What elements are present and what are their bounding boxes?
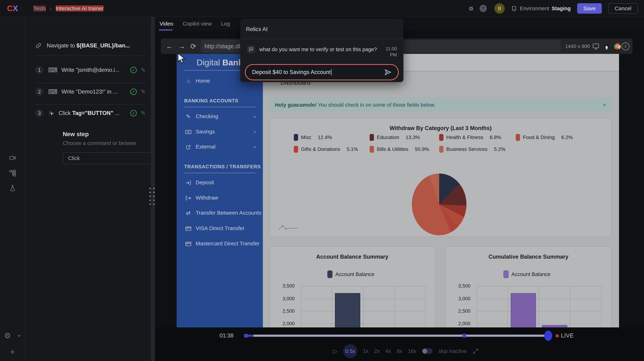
bank-nav-external[interactable]: External› (177, 141, 263, 152)
bank-nav-deposit[interactable]: Deposit (177, 177, 263, 188)
recordings-camera-icon[interactable] (0, 154, 25, 162)
browser-back-icon[interactable]: ← (166, 42, 173, 50)
info-icon[interactable]: i (622, 39, 630, 54)
divider (184, 107, 256, 107)
step-row-2[interactable]: 2 ⌨ Write "Demo123!" in ... ✓ ✎ (35, 87, 146, 97)
speed-4x-button[interactable]: 4x (386, 348, 391, 354)
browser-forward-icon[interactable]: → (178, 42, 185, 50)
bank-nav-transfer[interactable]: ⇄ Transfer Between Accounts (177, 207, 263, 218)
chrome-browser-icon (614, 39, 621, 54)
experiments-flask-icon[interactable] (0, 184, 25, 192)
step-success-icon: ✓ (130, 88, 137, 95)
speed-8x-button[interactable]: 8x (397, 348, 402, 354)
live-label: LIVE (561, 333, 574, 339)
y-tick: 3,500 (449, 283, 470, 289)
withdraw-pie-chart (412, 173, 466, 235)
progress-event-marker[interactable] (462, 334, 466, 338)
step-row-1[interactable]: 1 ⌨ Write "jsmith@demo.i... ✓ ✎ (35, 65, 146, 75)
bank-nav-checking[interactable]: ✎ Checking› (177, 111, 263, 122)
ai-command-input[interactable]: Deposit $40 to Savings Account (245, 64, 399, 80)
ai-message-timestamp: 11:00PM (381, 46, 397, 58)
fullscreen-icon[interactable] (472, 348, 479, 354)
legend-item: Bills & Utilities50.9% (370, 146, 429, 153)
playback-controls: ▷ 0.5x 1x 2x 4x 8x 16x skip inactive (333, 344, 479, 358)
sparkline-icon (278, 223, 299, 231)
progress-bar[interactable] (245, 335, 550, 337)
cancel-button[interactable]: Cancel (608, 3, 638, 14)
bank-nav-visa-transfer[interactable]: VISA Direct Transfer (177, 223, 263, 234)
chevron-right-icon: › (254, 129, 256, 135)
bar-chart-title: Account Balance Summary (270, 254, 435, 260)
navigate-step-row[interactable]: Navigate to ${BASE_URL}/ban... (35, 40, 146, 51)
bug-icon[interactable] (468, 5, 474, 12)
tab-copilot-view[interactable]: Copilot view (182, 21, 212, 27)
header-actions: ? B Environment Staging Save Cancel (468, 0, 638, 17)
chat-bubble-icon (247, 45, 255, 53)
left-icon-rail: ⚙ + (0, 17, 25, 361)
step-success-icon: ✓ (130, 67, 137, 73)
test-steps-panel: Navigate to ${BASE_URL}/ban... 1 ⌨ Write… (25, 17, 151, 361)
home-icon: ⌂ (184, 78, 192, 84)
legend-swatch (504, 271, 508, 278)
panel-resize-handle[interactable] (151, 17, 155, 361)
step-number: 2 (35, 88, 44, 96)
view-tabs: Video Copilot view Log (160, 17, 230, 30)
edit-pencil-icon[interactable]: ✎ (141, 110, 146, 117)
user-avatar[interactable]: B (494, 3, 505, 14)
environment-selector[interactable]: Environment Staging (511, 5, 571, 12)
divider (35, 55, 146, 56)
breadcrumb-current: Interactive AI trainer (56, 5, 104, 11)
edit-pencil-icon[interactable]: ✎ (141, 67, 146, 73)
y-tick: 2,500 (449, 308, 470, 314)
divider (35, 83, 146, 83)
cx-logo-icon: CX (7, 4, 18, 13)
progress-playhead[interactable] (544, 331, 552, 341)
y-tick: 2,000 (273, 321, 295, 327)
legend-swatch (516, 134, 520, 141)
bar-chart-plot (300, 286, 426, 328)
progress-start-marker[interactable] (244, 334, 248, 338)
chevron-right-icon: › (254, 113, 256, 119)
send-icon[interactable] (384, 69, 392, 76)
edit-pencil-icon[interactable]: ✎ (141, 88, 146, 95)
step-text: Write "Demo123!" in ... (62, 88, 118, 95)
tab-video[interactable]: Video (160, 21, 173, 27)
app-logo[interactable]: CX (0, 0, 25, 17)
new-step-title: New step (63, 131, 89, 138)
play-icon[interactable]: ▷ (333, 348, 338, 355)
bank-nav-mastercard-transfer[interactable]: Mastercard Direct Transfer (177, 238, 263, 249)
step-row-3[interactable]: 3 Click Tag="BUTTON" ... ✓ ✎ (35, 108, 146, 118)
speed-1x-button[interactable]: 1x (363, 348, 368, 354)
tab-log[interactable]: Log (221, 21, 230, 27)
bank-nav-savings[interactable]: Savings› (177, 126, 263, 137)
save-button[interactable]: Save (577, 3, 602, 14)
legend-swatch (370, 134, 374, 141)
breadcrumb-tests[interactable]: Tests (33, 5, 46, 11)
speed-0.5x-button[interactable]: 0.5x (343, 344, 357, 358)
new-step-subtitle: Choose a command or browse (63, 140, 136, 146)
bank-section-accounts: BANKING ACCOUNTS (184, 98, 238, 104)
monitor-icon[interactable] (592, 39, 600, 54)
speed-16x-button[interactable]: 16x (408, 348, 416, 354)
playback-time: 01:38 (220, 333, 234, 339)
viewport-resolution: 1440 x 900 (565, 43, 590, 49)
bank-nav-withdraw[interactable]: Withdraw (177, 192, 263, 203)
help-icon[interactable]: ? (480, 5, 487, 12)
legend-swatch (328, 271, 332, 278)
alert-close-icon[interactable]: × (603, 101, 606, 108)
credit-card-icon (184, 241, 192, 247)
linux-penguin-icon (603, 39, 610, 54)
add-plus-icon[interactable]: + (0, 347, 25, 357)
step-success-icon: ✓ (130, 110, 137, 116)
skip-inactive-toggle[interactable] (422, 348, 432, 354)
legend-item: Business Services5.2% (439, 146, 506, 153)
speed-2x-button[interactable]: 2x (374, 348, 380, 354)
account-balance-bar (335, 293, 360, 328)
environment-label: Environment (520, 5, 549, 11)
browser-reload-icon[interactable]: ⟳ (190, 42, 196, 50)
breadcrumb: Tests › Interactive AI trainer (33, 0, 104, 17)
legend-swatch (294, 146, 298, 153)
workflow-icon[interactable] (0, 169, 25, 177)
bank-section-transactions: TRANSACTIONS / TRANSFERS (184, 164, 261, 170)
relicx-ai-popup: Relicx AI what do you want me to verify … (240, 19, 404, 82)
